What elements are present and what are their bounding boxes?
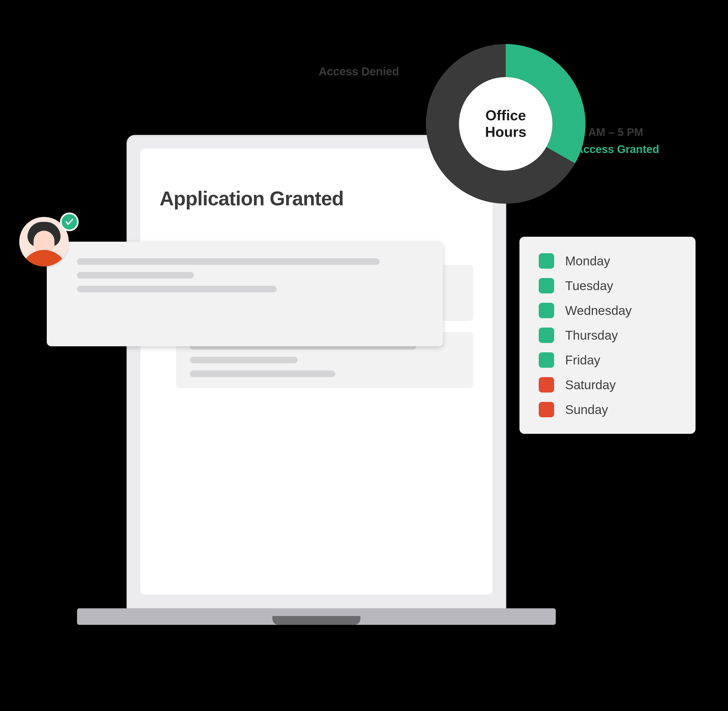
day-row: Saturday [539, 377, 676, 392]
day-swatch-icon [539, 353, 554, 368]
donut-denied-label: Access Denied [318, 65, 399, 78]
day-label: Tuesday [565, 278, 613, 293]
office-hours-donut: Access Denied 9 AM – 5 PM Access Granted… [423, 41, 588, 207]
day-row: Wednesday [539, 303, 676, 318]
day-label: Sunday [565, 402, 608, 417]
page-surface: Application Granted [140, 149, 492, 594]
day-row: Thursday [539, 327, 676, 343]
day-row: Sunday [539, 402, 676, 417]
day-label: Monday [565, 254, 610, 268]
day-swatch-icon [539, 253, 554, 268]
day-label: Wednesday [565, 303, 632, 318]
day-label: Saturday [565, 378, 616, 392]
day-swatch-icon [539, 303, 554, 318]
days-legend: Monday Tuesday Wednesday Thursday Friday… [519, 237, 696, 434]
donut-time-range: 9 AM – 5 PM [579, 126, 643, 139]
day-swatch-icon [539, 402, 554, 417]
day-row: Friday [539, 353, 676, 368]
day-swatch-icon [539, 327, 554, 343]
day-swatch-icon [539, 377, 554, 392]
user-card [47, 242, 443, 346]
day-row: Tuesday [539, 278, 676, 294]
donut-center-label: Office Hours [423, 41, 588, 207]
day-row: Monday [539, 253, 676, 268]
day-swatch-icon [539, 278, 554, 294]
day-label: Thursday [565, 328, 618, 343]
day-label: Friday [565, 353, 600, 367]
avatar [19, 217, 74, 272]
laptop-notch [273, 616, 360, 625]
verified-check-icon [60, 212, 79, 231]
